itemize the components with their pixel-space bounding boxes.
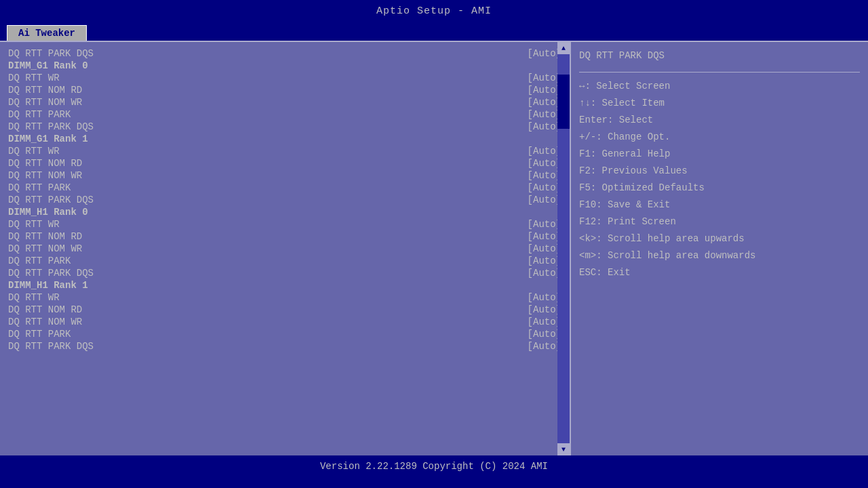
menu-item-row: DIMM_G1 Rank 0 bbox=[8, 60, 561, 72]
menu-item-value: [Auto] bbox=[528, 341, 561, 352]
menu-item-row[interactable]: DQ RTT PARK[Auto] bbox=[8, 182, 561, 194]
menu-item-value: [Auto] bbox=[528, 256, 561, 266]
right-panel: DQ RTT PARK DQS ↔: Select Screen↑↓: Sele… bbox=[571, 42, 868, 455]
menu-item-row[interactable]: DQ RTT PARK DQS[Auto] bbox=[8, 47, 561, 60]
menu-item-value: [Auto] bbox=[528, 292, 561, 303]
menu-item-label: DQ RTT PARK bbox=[8, 329, 71, 340]
menu-item-label: DQ RTT NOM WR bbox=[8, 170, 82, 181]
menu-item-row[interactable]: DQ RTT NOM RD[Auto] bbox=[8, 230, 561, 243]
menu-item-label: DQ RTT NOM WR bbox=[8, 243, 82, 254]
hotkey-list: ↔: Select Screen↑↓: Select ItemEnter: Se… bbox=[579, 78, 860, 281]
menu-item-label: DIMM_G1 Rank 0 bbox=[8, 60, 88, 71]
menu-item-value: [Auto] bbox=[528, 195, 561, 205]
menu-item-label: DQ RTT NOM RD bbox=[8, 158, 82, 169]
menu-item-row[interactable]: DQ RTT PARK DQS[Auto] bbox=[8, 340, 561, 352]
menu-item-label: DQ RTT NOM RD bbox=[8, 231, 82, 242]
menu-list: DQ RTT PARK DQS[Auto]DIMM_G1 Rank 0DQ RT… bbox=[8, 47, 561, 352]
menu-item-row[interactable]: DQ RTT PARK DQS[Auto] bbox=[8, 267, 561, 279]
hotkey-row: F1: General Help bbox=[579, 146, 860, 163]
hotkey-row: F2: Previous Values bbox=[579, 163, 860, 180]
menu-item-label: DQ RTT PARK DQS bbox=[8, 48, 94, 59]
menu-item-value: [Auto] bbox=[528, 231, 561, 242]
title-bar: Aptio Setup - AMI bbox=[0, 0, 868, 22]
menu-item-value: [Auto] bbox=[528, 48, 561, 59]
menu-item-value: [Auto] bbox=[528, 97, 561, 108]
menu-item-row[interactable]: DQ RTT WR[Auto] bbox=[8, 218, 561, 230]
menu-item-row[interactable]: DQ RTT NOM WR[Auto] bbox=[8, 243, 561, 255]
menu-item-label: DIMM_G1 Rank 1 bbox=[8, 134, 88, 144]
menu-item-row: DIMM_H1 Rank 1 bbox=[8, 279, 561, 291]
menu-item-label: DQ RTT PARK DQS bbox=[8, 268, 94, 279]
footer: Version 2.22.1289 Copyright (C) 2024 AMI bbox=[0, 455, 868, 477]
menu-item-row[interactable]: DQ RTT NOM WR[Auto] bbox=[8, 316, 561, 328]
menu-item-value: [Auto] bbox=[528, 146, 561, 157]
menu-item-label: DQ RTT PARK bbox=[8, 256, 71, 266]
menu-item-row[interactable]: DQ RTT NOM RD[Auto] bbox=[8, 84, 561, 96]
help-separator bbox=[579, 72, 860, 73]
menu-item-row[interactable]: DQ RTT NOM RD[Auto] bbox=[8, 157, 561, 169]
menu-item-row[interactable]: DQ RTT PARK DQS[Auto] bbox=[8, 121, 561, 133]
menu-item-value: [Auto] bbox=[528, 219, 561, 230]
menu-item-value: [Auto] bbox=[528, 121, 561, 132]
menu-item-value: [Auto] bbox=[528, 268, 561, 279]
footer-text: Version 2.22.1289 Copyright (C) 2024 AMI bbox=[320, 461, 548, 472]
hotkey-row: ↔: Select Screen bbox=[579, 78, 860, 95]
menu-item-label: DQ RTT NOM WR bbox=[8, 317, 82, 327]
scroll-down-button[interactable]: ▼ bbox=[557, 443, 570, 455]
menu-item-value: [Auto] bbox=[528, 182, 561, 193]
menu-item-row[interactable]: DQ RTT PARK DQS[Auto] bbox=[8, 194, 561, 206]
hotkey-row: Enter: Select bbox=[579, 112, 860, 129]
scrollbar[interactable]: ▲ ▼ bbox=[557, 42, 570, 455]
hotkey-row: +/-: Change Opt. bbox=[579, 129, 860, 146]
menu-item-label: DQ RTT PARK DQS bbox=[8, 341, 94, 352]
menu-item-value: [Auto] bbox=[528, 158, 561, 169]
menu-item-row[interactable]: DQ RTT WR[Auto] bbox=[8, 72, 561, 84]
tab-ai-tweaker[interactable]: Ai Tweaker bbox=[7, 25, 87, 41]
help-title: DQ RTT PARK DQS bbox=[579, 47, 860, 66]
menu-item-label: DQ RTT WR bbox=[8, 292, 60, 303]
menu-item-label: DQ RTT WR bbox=[8, 146, 60, 157]
menu-item-label: DIMM_H1 Rank 0 bbox=[8, 207, 88, 218]
menu-item-label: DQ RTT NOM WR bbox=[8, 97, 82, 108]
menu-item-row[interactable]: DQ RTT PARK[Auto] bbox=[8, 255, 561, 267]
scroll-up-button[interactable]: ▲ bbox=[557, 42, 570, 54]
menu-item-label: DQ RTT NOM RD bbox=[8, 304, 82, 315]
hotkey-row: <m>: Scroll help area downwards bbox=[579, 247, 860, 264]
hotkey-row: F10: Save & Exit bbox=[579, 197, 860, 214]
menu-item-label: DQ RTT WR bbox=[8, 73, 60, 83]
menu-item-row[interactable]: DQ RTT NOM RD[Auto] bbox=[8, 304, 561, 316]
hotkey-row: <k>: Scroll help area upwards bbox=[579, 230, 860, 247]
menu-item-value: [Auto] bbox=[528, 243, 561, 254]
menu-item-row[interactable]: DQ RTT NOM WR[Auto] bbox=[8, 169, 561, 182]
menu-item-label: DQ RTT PARK bbox=[8, 182, 71, 193]
menu-item-row: DIMM_G1 Rank 1 bbox=[8, 133, 561, 145]
menu-item-value: [Auto] bbox=[528, 317, 561, 327]
menu-item-label: DQ RTT PARK bbox=[8, 109, 71, 120]
menu-item-value: [Auto] bbox=[528, 109, 561, 120]
menu-item-value: [Auto] bbox=[528, 170, 561, 181]
menu-item-value: [Auto] bbox=[528, 85, 561, 96]
hotkey-row: F12: Print Screen bbox=[579, 214, 860, 230]
menu-item-label: DQ RTT PARK DQS bbox=[8, 121, 94, 132]
menu-item-row: DIMM_H1 Rank 0 bbox=[8, 206, 561, 218]
hotkey-row: ESC: Exit bbox=[579, 264, 860, 281]
menu-item-row[interactable]: DQ RTT NOM WR[Auto] bbox=[8, 96, 561, 108]
menu-item-row[interactable]: DQ RTT PARK[Auto] bbox=[8, 108, 561, 121]
title-text: Aptio Setup - AMI bbox=[376, 5, 492, 17]
tab-bar: Ai Tweaker bbox=[0, 22, 868, 41]
left-panel: DQ RTT PARK DQS[Auto]DIMM_G1 Rank 0DQ RT… bbox=[0, 42, 570, 455]
menu-item-label: DQ RTT NOM RD bbox=[8, 85, 82, 96]
menu-item-label: DQ RTT WR bbox=[8, 219, 60, 230]
menu-item-label: DQ RTT PARK DQS bbox=[8, 195, 94, 205]
menu-item-value: [Auto] bbox=[528, 73, 561, 83]
menu-item-row[interactable]: DQ RTT WR[Auto] bbox=[8, 145, 561, 157]
main-content: DQ RTT PARK DQS[Auto]DIMM_G1 Rank 0DQ RT… bbox=[0, 41, 868, 455]
hotkey-row: ↑↓: Select Item bbox=[579, 95, 860, 112]
hotkey-row: F5: Optimized Defaults bbox=[579, 180, 860, 197]
scroll-thumb[interactable] bbox=[557, 75, 570, 129]
menu-item-label: DIMM_H1 Rank 1 bbox=[8, 280, 88, 291]
menu-item-row[interactable]: DQ RTT WR[Auto] bbox=[8, 291, 561, 304]
menu-item-value: [Auto] bbox=[528, 329, 561, 340]
menu-item-value: [Auto] bbox=[528, 304, 561, 315]
menu-item-row[interactable]: DQ RTT PARK[Auto] bbox=[8, 328, 561, 340]
